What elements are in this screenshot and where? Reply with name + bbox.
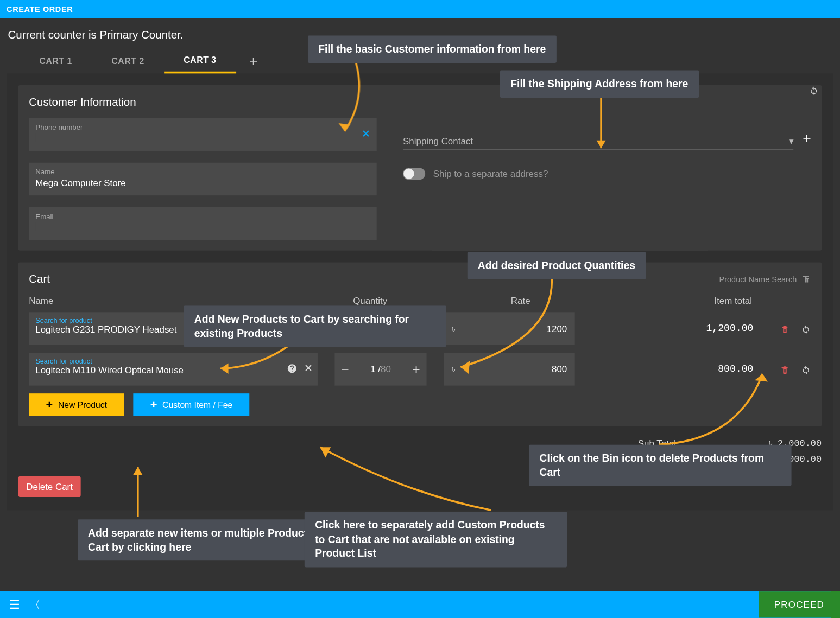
product-name: Logitech M110 Wired Optical Mouse <box>35 365 311 375</box>
phone-label: Phone number <box>35 123 370 131</box>
search-mode-toggle[interactable]: Product Name Search <box>719 274 811 284</box>
menu-icon[interactable]: ☰ <box>0 597 29 612</box>
ship-separate-label: Ship to a separate address? <box>433 169 548 179</box>
item-total: 800.00 <box>575 364 765 375</box>
search-mode-label: Product Name Search <box>719 275 797 284</box>
callout-custom-item: Click here to separately add Custom Prod… <box>305 512 567 567</box>
quantity-stepper: − 1 /80 + <box>334 353 426 385</box>
plus-icon: + <box>150 398 157 411</box>
qty-decrease[interactable]: − <box>341 362 349 377</box>
cart-section-title: Cart <box>29 273 50 286</box>
text-size-icon <box>800 274 811 284</box>
email-value <box>35 222 114 231</box>
add-cart-tab[interactable]: + <box>236 53 271 69</box>
ship-separate-toggle[interactable] <box>403 168 425 180</box>
callout-quantities: Add desired Product Quantities <box>468 252 646 279</box>
rate-value: 1200 <box>455 323 567 334</box>
shipping-contact-label: Shipping Contact <box>403 136 473 146</box>
item-total: 1,200.00 <box>575 323 765 334</box>
col-total: Item total <box>554 295 811 305</box>
dropdown-icon: ▾ <box>789 136 793 146</box>
product-search-field[interactable]: Search for product Logitech M110 Wired O… <box>29 353 318 385</box>
callout-shipping: Fill the Shipping Address from here <box>500 70 699 97</box>
tab-cart-1[interactable]: CART 1 <box>20 49 92 72</box>
plus-icon: + <box>46 398 53 411</box>
email-label: Email <box>35 213 370 221</box>
refresh-icon[interactable] <box>809 84 819 96</box>
col-rate: Rate <box>422 295 554 305</box>
clear-phone-icon[interactable]: ✕ <box>362 127 370 139</box>
qty-increase[interactable]: + <box>412 362 420 377</box>
new-product-button[interactable]: + New Product <box>29 393 124 416</box>
new-product-label: New Product <box>58 400 107 410</box>
back-icon[interactable]: 〈 <box>29 597 41 613</box>
header-bar: CREATE ORDER <box>0 0 840 18</box>
bottom-bar: ☰ 〈 PROCEED <box>0 591 840 617</box>
custom-item-button[interactable]: + Custom Item / Fee <box>133 393 249 416</box>
col-name: Name <box>29 295 318 305</box>
phone-value <box>35 133 114 142</box>
name-value: Mega Computer Store <box>35 178 125 188</box>
sync-icon[interactable] <box>800 323 811 335</box>
callout-search-product: Add New Products to Cart by searching fo… <box>184 305 446 347</box>
callout-new-items: Add separate new items or multiple Produ… <box>78 519 340 560</box>
add-shipping-contact[interactable]: + <box>803 130 811 146</box>
rate-field[interactable]: ৳ 1200 <box>444 312 575 345</box>
product-search-label: Search for product <box>35 356 311 365</box>
proceed-button[interactable]: PROCEED <box>759 591 840 617</box>
shipping-contact-select[interactable]: Shipping Contact ▾ <box>403 132 793 150</box>
trash-icon[interactable] <box>780 364 790 375</box>
delete-cart-button[interactable]: Delete Cart <box>18 476 81 497</box>
name-label: Name <box>35 168 370 176</box>
clear-product-icon[interactable]: ✕ <box>304 362 313 374</box>
rate-value: 800 <box>455 364 567 374</box>
custom-item-label: Custom Item / Fee <box>162 400 232 410</box>
name-field[interactable]: Name Mega Computer Store <box>29 163 377 195</box>
rate-field[interactable]: ৳ 800 <box>444 353 575 385</box>
help-icon[interactable] <box>287 362 297 374</box>
cart-row: Search for product Logitech M110 Wired O… <box>29 353 811 385</box>
customer-section-title: Customer Information <box>29 95 811 109</box>
qty-value: 1 /80 <box>370 364 391 374</box>
email-field[interactable]: Email <box>29 207 377 240</box>
trash-icon[interactable] <box>780 323 790 335</box>
sync-icon[interactable] <box>800 364 811 375</box>
phone-field[interactable]: Phone number ✕ <box>29 118 377 151</box>
header-title: CREATE ORDER <box>7 4 73 14</box>
callout-customer-info: Fill the basic Customer information from… <box>308 35 557 62</box>
tab-cart-3[interactable]: CART 3 <box>164 48 236 73</box>
tab-cart-2[interactable]: CART 2 <box>92 49 164 72</box>
col-qty: Quantity <box>318 295 422 305</box>
callout-delete: Click on the Bin icon to delete Products… <box>529 444 791 486</box>
